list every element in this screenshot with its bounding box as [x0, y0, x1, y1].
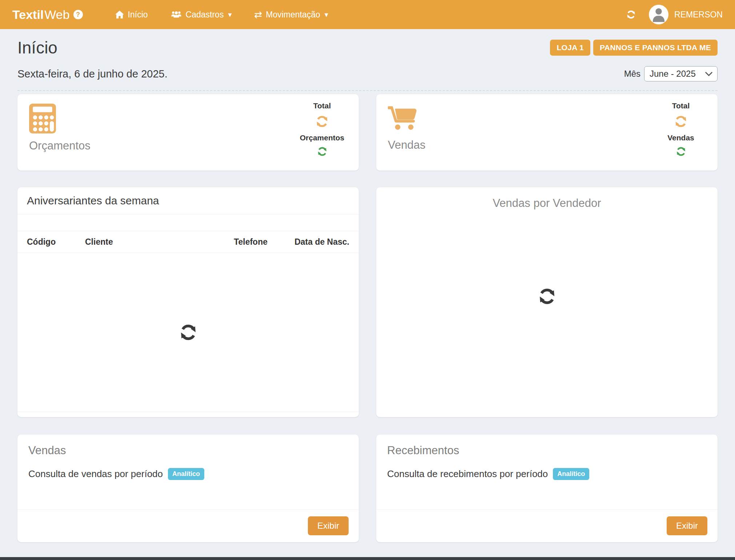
stat-sub-label: Vendas: [667, 133, 694, 142]
brand-light: Web: [44, 8, 69, 21]
home-icon: [115, 10, 124, 19]
stat-total-label: Total: [672, 101, 690, 110]
nav-label: Início: [128, 10, 148, 20]
report-title: Vendas: [28, 444, 348, 457]
month-select-value: June - 2025: [650, 69, 696, 79]
stat-total-label: Total: [313, 101, 331, 110]
report-card-recebimentos: Recebimentos Consulta de recebimentos po…: [376, 435, 718, 542]
stat-card-vendas: Vendas Total Vendas: [376, 94, 718, 171]
user-name: REMERSON: [674, 10, 723, 20]
nav-label: Movimentação: [266, 10, 320, 20]
loading-spinner-icon: [314, 114, 330, 129]
loading-spinner-icon: [537, 286, 558, 307]
analitico-badge: Analítico: [168, 468, 204, 480]
store-badges: LOJA 1 PANNOS E PANNOS LTDA ME: [550, 40, 718, 56]
birthdays-title: Aniversariantes da semana: [17, 187, 359, 215]
company-badge: PANNOS E PANNOS LTDA ME: [593, 40, 718, 56]
brand-bold: Textil: [12, 8, 44, 21]
analitico-badge: Analítico: [553, 468, 589, 480]
birthdays-toolbar: [17, 215, 359, 231]
exchange-icon: ⇄: [254, 10, 262, 19]
loading-spinner-icon: [178, 322, 199, 343]
month-select[interactable]: June - 2025: [644, 66, 718, 81]
nav-item-movimentacao[interactable]: ⇄ Movimentação ▾: [245, 0, 337, 29]
cart-icon: [388, 128, 418, 134]
sales-by-seller-body: [376, 219, 718, 417]
report-title: Recebimentos: [387, 444, 707, 457]
loading-spinner-icon: [675, 145, 687, 157]
stat-sub-label: Orçamentos: [300, 133, 345, 142]
users-icon: [170, 10, 182, 19]
caret-down-icon: ▾: [228, 10, 232, 19]
calculator-icon: [29, 128, 56, 135]
caret-down-icon: ▾: [325, 10, 328, 19]
exibir-button[interactable]: Exibir: [308, 516, 349, 535]
chevron-down-icon: [705, 71, 713, 76]
bottom-bar: [0, 557, 735, 560]
report-card-vendas: Vendas Consulta de vendas por período An…: [17, 435, 359, 542]
col-codigo: Código: [27, 237, 85, 247]
page-title: Início: [17, 38, 57, 57]
col-data-nasc: Data de Nasc.: [268, 237, 349, 247]
sales-by-seller-title: Vendas por Vendedor: [376, 187, 718, 219]
loading-spinner-icon: [673, 114, 688, 129]
report-description: Consulta de vendas por período: [28, 468, 163, 480]
app-logo[interactable]: TextilWeb ?: [12, 8, 83, 22]
avatar: [649, 5, 668, 24]
store-badge: LOJA 1: [550, 40, 590, 56]
sales-by-seller-card: Vendas por Vendedor: [376, 187, 718, 417]
stat-card-orcamentos: Orçamentos Total Orçamentos: [17, 94, 359, 171]
date-row: Sexta-feira, 6 de junho de 2025. Mês Jun…: [17, 66, 718, 91]
nav-label: Cadastros: [186, 10, 224, 20]
refresh-icon[interactable]: [626, 9, 636, 20]
exibir-button[interactable]: Exibir: [667, 516, 707, 535]
birthdays-table-body: [17, 253, 359, 412]
user-menu[interactable]: REMERSON: [649, 5, 723, 24]
month-label: Mês: [624, 69, 640, 79]
main-nav: Início Cadastros ▾ ⇄ Movimentação ▾: [106, 0, 337, 29]
report-description: Consulta de recebimentos por período: [387, 468, 548, 480]
loading-spinner-icon: [316, 145, 328, 157]
nav-item-inicio[interactable]: Início: [106, 0, 157, 29]
navbar: TextilWeb ? Início Cadastros ▾ ⇄ Movimen…: [0, 0, 735, 29]
help-icon[interactable]: ?: [73, 10, 83, 19]
birthdays-table-header: Código Cliente Telefone Data de Nasc.: [17, 231, 359, 253]
current-date: Sexta-feira, 6 de junho de 2025.: [17, 68, 168, 80]
col-cliente: Cliente: [85, 237, 177, 247]
col-telefone: Telefone: [177, 237, 268, 247]
birthdays-card: Aniversariantes da semana Código Cliente…: [17, 187, 359, 417]
nav-item-cadastros[interactable]: Cadastros ▾: [162, 0, 241, 29]
navbar-right: REMERSON: [626, 5, 723, 24]
